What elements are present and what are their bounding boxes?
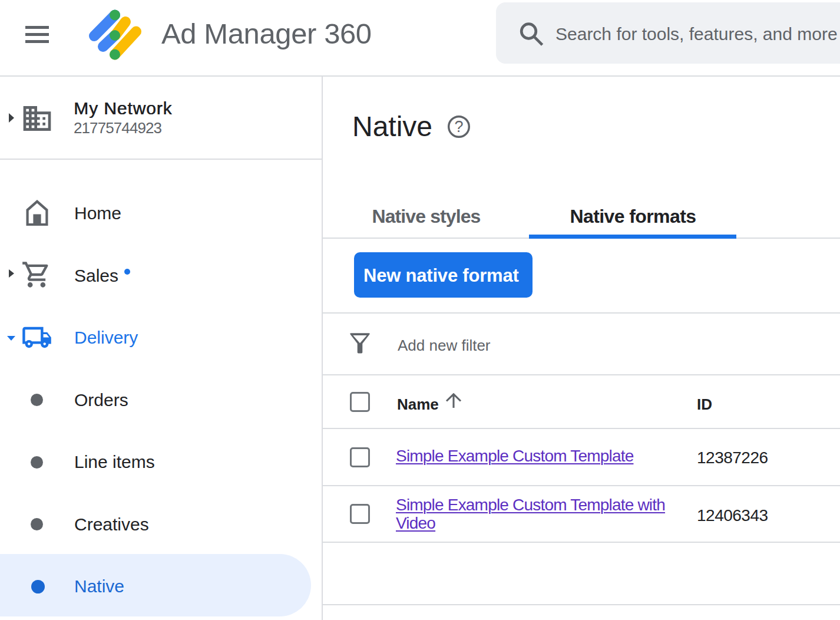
svg-text:?: ? xyxy=(454,117,463,135)
